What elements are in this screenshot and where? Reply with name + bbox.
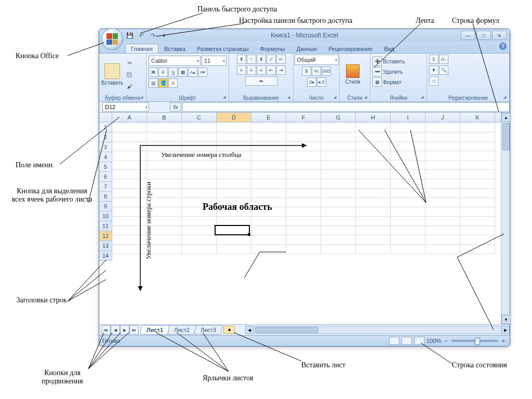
row-header-8[interactable]: 8 xyxy=(99,192,112,202)
hscroll-thumb[interactable] xyxy=(255,327,318,333)
row-header-10[interactable]: 10 xyxy=(99,211,112,221)
minimize-button[interactable]: — xyxy=(461,31,475,40)
scroll-down-button[interactable]: ▼ xyxy=(501,315,511,324)
page-layout-view-button[interactable] xyxy=(402,337,412,345)
increase-decimal-button[interactable]: .0▸ xyxy=(307,77,316,87)
col-header-J[interactable]: J xyxy=(425,113,460,122)
vscroll-thumb[interactable] xyxy=(502,123,510,150)
font-size-select[interactable]: 11 xyxy=(202,56,227,66)
qat-customize-dropdown[interactable]: ▾ xyxy=(159,31,169,40)
tab-view[interactable]: Вид xyxy=(378,44,400,53)
row-header-7[interactable]: 7 xyxy=(99,182,112,192)
name-box[interactable]: D12 xyxy=(102,102,149,112)
prev-sheet-button[interactable]: ◀ xyxy=(111,325,120,335)
paste-button[interactable]: Вставить xyxy=(101,59,123,91)
office-button[interactable] xyxy=(101,28,123,50)
font-name-select[interactable]: Calibri xyxy=(149,56,201,66)
decrease-decimal-button[interactable]: ◂.0 xyxy=(317,77,326,87)
fill-color-button[interactable]: 🪣 xyxy=(158,78,168,88)
tab-formulas[interactable]: Формулы xyxy=(255,44,291,53)
currency-button[interactable]: $ xyxy=(302,66,311,76)
cut-icon[interactable]: ✂ xyxy=(124,58,135,69)
row-header-13[interactable]: 13 xyxy=(99,241,112,251)
styles-button[interactable]: Стили xyxy=(342,59,364,91)
sheet-tab-1[interactable]: Лист1 xyxy=(140,325,170,335)
vertical-scrollbar[interactable]: ▲ ▼ xyxy=(501,113,510,324)
shrink-font-button[interactable]: A▾ xyxy=(198,68,207,77)
normal-view-button[interactable] xyxy=(389,337,400,345)
border-button[interactable]: ▦ xyxy=(178,68,188,77)
col-header-K[interactable]: K xyxy=(460,113,495,122)
find-button[interactable]: 🔍 xyxy=(439,65,448,75)
borders-button[interactable]: ▤ xyxy=(149,78,158,88)
col-header-A[interactable]: A xyxy=(112,113,147,122)
copy-icon[interactable]: ⿻ xyxy=(124,70,135,80)
fill-button[interactable]: ▼ xyxy=(429,65,438,75)
formula-input[interactable] xyxy=(182,102,510,112)
active-cell[interactable] xyxy=(215,225,250,235)
wrap-text-button[interactable]: ↵ xyxy=(276,55,286,64)
sort-button[interactable]: A↓ xyxy=(439,55,448,64)
horizontal-scrollbar[interactable]: ◀ ▶ xyxy=(245,326,510,334)
tab-data[interactable]: Данные xyxy=(290,44,323,53)
help-button[interactable]: ? xyxy=(499,43,507,50)
format-painter-icon[interactable]: 🖌 xyxy=(124,81,135,91)
col-header-I[interactable]: I xyxy=(391,113,425,122)
undo-icon[interactable]: ↶ xyxy=(137,31,146,40)
tab-page-layout[interactable]: Разметка страницы xyxy=(191,44,255,53)
next-sheet-button[interactable]: ▶ xyxy=(120,325,129,335)
tab-home[interactable]: Главная xyxy=(125,44,158,53)
col-header-F[interactable]: F xyxy=(286,113,321,122)
cells-area[interactable] xyxy=(112,123,501,261)
col-header-H[interactable]: H xyxy=(356,113,391,122)
col-header-D[interactable]: D xyxy=(217,113,251,122)
align-left-button[interactable]: ≡ xyxy=(237,65,246,75)
font-color-button[interactable]: A xyxy=(168,78,178,88)
tab-insert[interactable]: Вставка xyxy=(158,44,191,53)
zoom-in-button[interactable]: + xyxy=(500,338,507,344)
zoom-level[interactable]: 100% xyxy=(427,338,441,344)
tab-review[interactable]: Рецензирование xyxy=(323,44,378,53)
insert-cell-icon[interactable]: ➕ xyxy=(373,57,382,66)
format-cell-icon[interactable]: ▦ xyxy=(373,77,382,87)
align-middle-button[interactable]: ↕ xyxy=(247,55,256,64)
save-icon[interactable]: 💾 xyxy=(125,31,135,40)
page-break-view-button[interactable] xyxy=(414,337,424,345)
comma-button[interactable]: 000 xyxy=(322,66,331,76)
align-center-button[interactable]: ≡ xyxy=(247,65,256,75)
select-all-button[interactable] xyxy=(99,113,112,122)
scroll-right-button[interactable]: ▶ xyxy=(501,326,510,334)
align-bottom-button[interactable]: ⬇ xyxy=(257,55,266,64)
col-header-C[interactable]: C xyxy=(182,113,217,122)
scroll-up-button[interactable]: ▲ xyxy=(501,113,511,122)
row-header-12[interactable]: 12 xyxy=(99,231,112,241)
sheet-tab-3[interactable]: Лист3 xyxy=(194,325,223,335)
decrease-indent-button[interactable]: ⇤ xyxy=(267,65,276,75)
increase-indent-button[interactable]: ⇥ xyxy=(276,65,286,75)
grow-font-button[interactable]: A▴ xyxy=(188,68,197,77)
row-header-3[interactable]: 3 xyxy=(99,142,112,152)
bold-button[interactable]: Ж xyxy=(149,68,158,77)
col-header-B[interactable]: B xyxy=(147,113,182,122)
row-header-6[interactable]: 6 xyxy=(99,172,112,182)
row-header-5[interactable]: 5 xyxy=(99,162,112,172)
clear-button[interactable]: ◇ xyxy=(429,76,438,86)
fx-button[interactable]: fx xyxy=(170,102,181,112)
zoom-out-button[interactable]: − xyxy=(443,338,449,344)
align-right-button[interactable]: ≡ xyxy=(257,65,266,75)
scroll-left-button[interactable]: ◀ xyxy=(245,326,254,334)
italic-button[interactable]: К xyxy=(158,68,168,77)
row-header-14[interactable]: 14 xyxy=(99,251,112,261)
row-header-1[interactable]: 1 xyxy=(99,123,112,132)
close-button[interactable]: ✕ xyxy=(492,31,507,40)
sheet-tab-2[interactable]: Лист2 xyxy=(167,325,196,335)
delete-cell-icon[interactable]: ➖ xyxy=(373,67,382,76)
insert-sheet-button[interactable]: ✦ xyxy=(223,326,235,334)
row-header-4[interactable]: 4 xyxy=(99,152,112,162)
maximize-button[interactable]: □ xyxy=(476,31,491,40)
row-header-9[interactable]: 9 xyxy=(99,202,112,211)
row-header-11[interactable]: 11 xyxy=(99,221,112,231)
merge-button[interactable]: ⬌ xyxy=(245,76,277,86)
autosum-button[interactable]: Σ xyxy=(429,55,438,64)
number-format-select[interactable]: Общий xyxy=(295,55,339,65)
